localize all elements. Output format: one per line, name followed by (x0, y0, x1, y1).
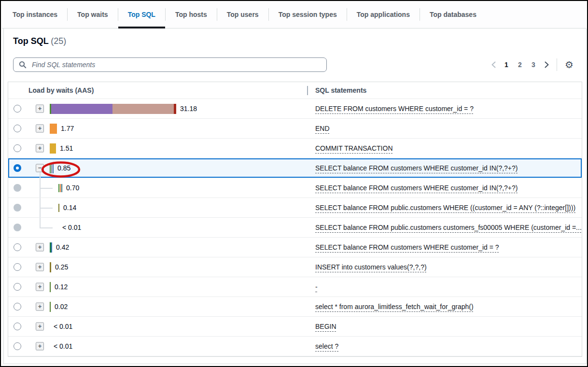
expand-toggle[interactable]: + (36, 283, 44, 291)
load-value: < 0.01 (54, 342, 72, 350)
load-bar-segment (50, 124, 57, 134)
table-row[interactable]: +1.51COMMIT TRANSACTION (8, 139, 582, 158)
table-row[interactable]: 0.14SELECT balance FROM public.customers… (8, 198, 582, 218)
pagination-page-2[interactable]: 2 (513, 59, 527, 71)
pagination-next-button[interactable] (540, 61, 553, 69)
sql-link[interactable]: SELECT balance FROM public.customers cus… (315, 224, 582, 231)
expand-toggle[interactable]: + (36, 243, 44, 252)
expand-toggle[interactable]: + (36, 303, 44, 311)
tab-top-users[interactable]: Top users (217, 1, 268, 28)
table-row[interactable]: +0.02select * from aurora_limitless_fetc… (8, 297, 582, 317)
radio-button[interactable] (14, 144, 21, 152)
load-value: 1.51 (60, 144, 73, 152)
tab-top-waits[interactable]: Top waits (68, 1, 118, 28)
tab-top-instances[interactable]: Top instances (3, 1, 67, 28)
tab-top-databases[interactable]: Top databases (420, 1, 486, 28)
expand-toggle[interactable]: + (36, 144, 44, 153)
table-row[interactable]: +1.77END (8, 119, 582, 139)
load-value: 0.70 (66, 184, 79, 192)
radio-button[interactable] (14, 243, 21, 251)
radio-button[interactable] (14, 125, 21, 132)
app-window: Top instancesTop waitsTop SQLTop hostsTo… (0, 0, 588, 367)
table-row[interactable]: 0.70SELECT balance FROM customers WHERE … (8, 178, 582, 198)
top-sql-table: Load by waits (AAS) SQL statements +31.1… (8, 82, 582, 357)
table-header: Load by waits (AAS) SQL statements (8, 82, 582, 99)
load-cell: < 0.01 (50, 317, 72, 336)
sql-link[interactable]: SELECT balance FROM public.customers WHE… (315, 204, 575, 212)
load-cell: 0.70 (58, 178, 79, 198)
expand-toggle[interactable]: + (36, 105, 44, 113)
tab-top-session-types[interactable]: Top session types (269, 1, 347, 28)
table-row[interactable]: −0.85SELECT balance FROM customers WHERE… (8, 158, 582, 178)
load-bar-segment (60, 184, 61, 192)
expand-toggle[interactable]: + (36, 323, 44, 331)
sql-link[interactable]: - (315, 283, 318, 291)
settings-button[interactable]: ⚙ (562, 57, 576, 72)
load-bar-segment (50, 262, 51, 272)
radio-button[interactable] (14, 303, 21, 311)
load-bar-segment (58, 204, 59, 212)
pagination-page-1[interactable]: 1 (500, 59, 513, 71)
sql-link[interactable]: select * from aurora_limitless_fetch_wai… (315, 303, 474, 311)
tree-connector (40, 227, 53, 228)
tab-top-applications[interactable]: Top applications (347, 1, 420, 28)
radio-button[interactable] (14, 263, 21, 271)
load-cell: 1.51 (50, 139, 73, 158)
table-row[interactable]: < 0.01SELECT balance FROM public.custome… (8, 218, 582, 238)
chevron-left-icon (491, 61, 496, 69)
tab-bar: Top instancesTop waitsTop SQLTop hostsTo… (2, 1, 586, 28)
load-value: 0.42 (56, 243, 69, 251)
result-count: (25) (51, 36, 66, 46)
load-bar-segment (50, 282, 51, 292)
collapse-toggle[interactable]: − (36, 164, 44, 172)
radio-button[interactable] (14, 204, 21, 212)
sql-link[interactable]: END (315, 125, 330, 132)
load-value: < 0.01 (54, 323, 72, 330)
page-title: Top SQL (25) (13, 36, 66, 46)
radio-button[interactable] (14, 342, 21, 350)
table-row[interactable]: +< 0.01select ? (8, 337, 582, 356)
search-input[interactable] (31, 60, 324, 69)
tree-connector (40, 172, 41, 178)
tree-connector (40, 218, 41, 227)
table-row[interactable]: +0.12- (8, 277, 582, 297)
load-value: 31.18 (180, 105, 197, 113)
pagination-pages: 123 (500, 59, 540, 71)
tab-top-hosts[interactable]: Top hosts (166, 1, 217, 28)
radio-button[interactable] (14, 184, 21, 192)
sql-link[interactable]: SELECT balance FROM customers WHERE cust… (315, 243, 499, 251)
load-bar-segment (51, 242, 52, 253)
radio-button[interactable] (14, 323, 21, 330)
table-row[interactable]: +0.25INSERT into customers values(?,?,?) (8, 257, 582, 277)
tab-top-sql[interactable]: Top SQL (118, 1, 165, 28)
radio-button[interactable] (14, 164, 21, 172)
sql-link[interactable]: BEGIN (315, 323, 336, 330)
load-bar-segment (112, 104, 174, 114)
load-value: 0.12 (55, 283, 68, 291)
sql-link[interactable]: DELETE FROM customers WHERE customer_id … (315, 105, 474, 113)
radio-button[interactable] (14, 224, 21, 231)
pagination-prev-button[interactable] (487, 61, 500, 69)
table-controls: 123 ⚙ (487, 56, 576, 73)
column-divider[interactable] (307, 86, 308, 95)
load-cell: < 0.01 (50, 337, 72, 356)
load-bar-segment (50, 143, 56, 154)
table-row[interactable]: +< 0.01BEGIN (8, 317, 582, 337)
radio-button[interactable] (14, 283, 21, 291)
load-bar-segment (61, 184, 62, 192)
expand-toggle[interactable]: + (36, 263, 44, 271)
table-row[interactable]: +31.18DELETE FROM customers WHERE custom… (8, 99, 582, 119)
radio-button[interactable] (14, 105, 21, 113)
expand-toggle[interactable]: + (36, 125, 44, 133)
chevron-right-icon (544, 61, 549, 69)
pagination-page-3[interactable]: 3 (527, 59, 540, 71)
sql-link[interactable]: SELECT balance FROM customers WHERE cust… (315, 164, 518, 172)
search-box[interactable] (13, 57, 327, 72)
sql-link[interactable]: INSERT into customers values(?,?,?) (315, 263, 427, 271)
table-row[interactable]: +0.42SELECT balance FROM customers WHERE… (8, 238, 582, 257)
sql-link[interactable]: COMMIT TRANSACTION (315, 144, 393, 152)
expand-toggle[interactable]: + (36, 342, 44, 351)
sql-link[interactable]: SELECT balance FROM customers WHERE cust… (315, 184, 518, 192)
sql-link[interactable]: select ? (315, 342, 338, 350)
load-cell: 0.02 (50, 297, 68, 316)
